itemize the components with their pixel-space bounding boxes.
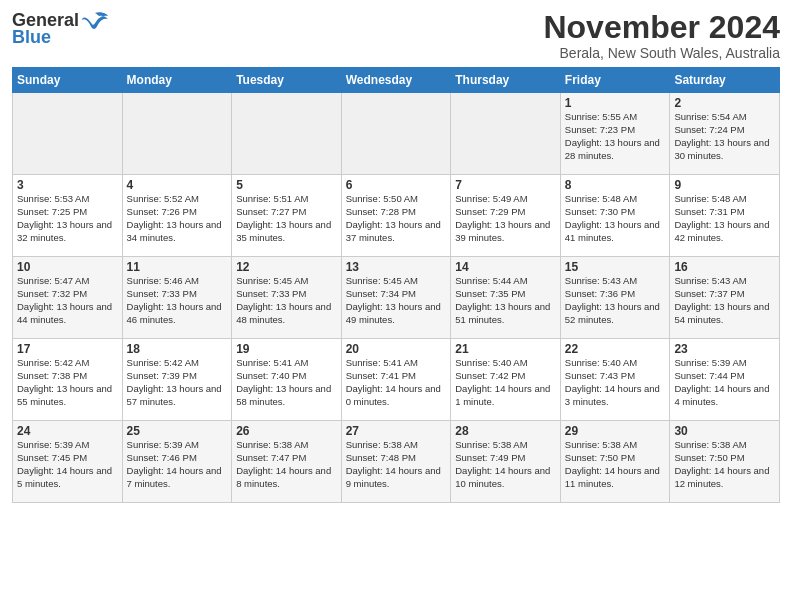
day-info: Sunrise: 5:42 AMSunset: 7:38 PMDaylight:…: [17, 357, 118, 408]
day-info: Sunrise: 5:41 AMSunset: 7:41 PMDaylight:…: [346, 357, 447, 408]
calendar-cell: 6Sunrise: 5:50 AMSunset: 7:28 PMDaylight…: [341, 175, 451, 257]
day-info: Sunrise: 5:55 AMSunset: 7:23 PMDaylight:…: [565, 111, 666, 162]
logo-bird-icon: [81, 11, 109, 31]
day-number: 22: [565, 342, 666, 356]
day-info: Sunrise: 5:39 AMSunset: 7:45 PMDaylight:…: [17, 439, 118, 490]
day-info: Sunrise: 5:38 AMSunset: 7:47 PMDaylight:…: [236, 439, 337, 490]
calendar-cell: 8Sunrise: 5:48 AMSunset: 7:30 PMDaylight…: [560, 175, 670, 257]
calendar-cell: 1Sunrise: 5:55 AMSunset: 7:23 PMDaylight…: [560, 93, 670, 175]
day-number: 25: [127, 424, 228, 438]
calendar-cell: [13, 93, 123, 175]
calendar-cell: 12Sunrise: 5:45 AMSunset: 7:33 PMDayligh…: [232, 257, 342, 339]
calendar-cell: 23Sunrise: 5:39 AMSunset: 7:44 PMDayligh…: [670, 339, 780, 421]
calendar-cell: 3Sunrise: 5:53 AMSunset: 7:25 PMDaylight…: [13, 175, 123, 257]
day-number: 24: [17, 424, 118, 438]
day-info: Sunrise: 5:47 AMSunset: 7:32 PMDaylight:…: [17, 275, 118, 326]
day-info: Sunrise: 5:48 AMSunset: 7:31 PMDaylight:…: [674, 193, 775, 244]
day-info: Sunrise: 5:44 AMSunset: 7:35 PMDaylight:…: [455, 275, 556, 326]
calendar-week-5: 24Sunrise: 5:39 AMSunset: 7:45 PMDayligh…: [13, 421, 780, 503]
day-number: 27: [346, 424, 447, 438]
calendar-cell: 14Sunrise: 5:44 AMSunset: 7:35 PMDayligh…: [451, 257, 561, 339]
day-number: 21: [455, 342, 556, 356]
calendar-cell: 21Sunrise: 5:40 AMSunset: 7:42 PMDayligh…: [451, 339, 561, 421]
calendar-cell: 4Sunrise: 5:52 AMSunset: 7:26 PMDaylight…: [122, 175, 232, 257]
day-number: 16: [674, 260, 775, 274]
day-info: Sunrise: 5:45 AMSunset: 7:34 PMDaylight:…: [346, 275, 447, 326]
logo: General Blue: [12, 10, 109, 48]
title-block: November 2024 Berala, New South Wales, A…: [543, 10, 780, 61]
calendar-week-4: 17Sunrise: 5:42 AMSunset: 7:38 PMDayligh…: [13, 339, 780, 421]
calendar-cell: 30Sunrise: 5:38 AMSunset: 7:50 PMDayligh…: [670, 421, 780, 503]
calendar-cell: 28Sunrise: 5:38 AMSunset: 7:49 PMDayligh…: [451, 421, 561, 503]
calendar-cell: [122, 93, 232, 175]
weekday-header-thursday: Thursday: [451, 68, 561, 93]
calendar-cell: 11Sunrise: 5:46 AMSunset: 7:33 PMDayligh…: [122, 257, 232, 339]
day-info: Sunrise: 5:51 AMSunset: 7:27 PMDaylight:…: [236, 193, 337, 244]
day-number: 29: [565, 424, 666, 438]
day-number: 1: [565, 96, 666, 110]
day-info: Sunrise: 5:43 AMSunset: 7:37 PMDaylight:…: [674, 275, 775, 326]
day-number: 3: [17, 178, 118, 192]
day-number: 19: [236, 342, 337, 356]
day-info: Sunrise: 5:40 AMSunset: 7:42 PMDaylight:…: [455, 357, 556, 408]
calendar-cell: 25Sunrise: 5:39 AMSunset: 7:46 PMDayligh…: [122, 421, 232, 503]
day-number: 14: [455, 260, 556, 274]
day-number: 12: [236, 260, 337, 274]
month-title: November 2024: [543, 10, 780, 45]
day-info: Sunrise: 5:43 AMSunset: 7:36 PMDaylight:…: [565, 275, 666, 326]
weekday-header-tuesday: Tuesday: [232, 68, 342, 93]
calendar-cell: 20Sunrise: 5:41 AMSunset: 7:41 PMDayligh…: [341, 339, 451, 421]
calendar-cell: 27Sunrise: 5:38 AMSunset: 7:48 PMDayligh…: [341, 421, 451, 503]
day-info: Sunrise: 5:39 AMSunset: 7:44 PMDaylight:…: [674, 357, 775, 408]
calendar-cell: 22Sunrise: 5:40 AMSunset: 7:43 PMDayligh…: [560, 339, 670, 421]
page-container: General Blue November 2024 Berala, New S…: [0, 0, 792, 511]
location-subtitle: Berala, New South Wales, Australia: [543, 45, 780, 61]
day-info: Sunrise: 5:45 AMSunset: 7:33 PMDaylight:…: [236, 275, 337, 326]
day-number: 7: [455, 178, 556, 192]
day-number: 11: [127, 260, 228, 274]
day-number: 8: [565, 178, 666, 192]
calendar-cell: 10Sunrise: 5:47 AMSunset: 7:32 PMDayligh…: [13, 257, 123, 339]
calendar-cell: 16Sunrise: 5:43 AMSunset: 7:37 PMDayligh…: [670, 257, 780, 339]
day-number: 9: [674, 178, 775, 192]
day-info: Sunrise: 5:42 AMSunset: 7:39 PMDaylight:…: [127, 357, 228, 408]
calendar-cell: 7Sunrise: 5:49 AMSunset: 7:29 PMDaylight…: [451, 175, 561, 257]
weekday-header-saturday: Saturday: [670, 68, 780, 93]
calendar-cell: [451, 93, 561, 175]
day-number: 4: [127, 178, 228, 192]
weekday-header-friday: Friday: [560, 68, 670, 93]
calendar-cell: 17Sunrise: 5:42 AMSunset: 7:38 PMDayligh…: [13, 339, 123, 421]
day-info: Sunrise: 5:49 AMSunset: 7:29 PMDaylight:…: [455, 193, 556, 244]
day-number: 5: [236, 178, 337, 192]
calendar-cell: 5Sunrise: 5:51 AMSunset: 7:27 PMDaylight…: [232, 175, 342, 257]
day-number: 17: [17, 342, 118, 356]
day-number: 2: [674, 96, 775, 110]
calendar-cell: 18Sunrise: 5:42 AMSunset: 7:39 PMDayligh…: [122, 339, 232, 421]
calendar-cell: 29Sunrise: 5:38 AMSunset: 7:50 PMDayligh…: [560, 421, 670, 503]
day-number: 23: [674, 342, 775, 356]
day-info: Sunrise: 5:38 AMSunset: 7:50 PMDaylight:…: [674, 439, 775, 490]
weekday-header-monday: Monday: [122, 68, 232, 93]
weekday-header-row: SundayMondayTuesdayWednesdayThursdayFrid…: [13, 68, 780, 93]
day-number: 20: [346, 342, 447, 356]
day-number: 15: [565, 260, 666, 274]
day-info: Sunrise: 5:41 AMSunset: 7:40 PMDaylight:…: [236, 357, 337, 408]
calendar-cell: 26Sunrise: 5:38 AMSunset: 7:47 PMDayligh…: [232, 421, 342, 503]
day-info: Sunrise: 5:50 AMSunset: 7:28 PMDaylight:…: [346, 193, 447, 244]
day-info: Sunrise: 5:46 AMSunset: 7:33 PMDaylight:…: [127, 275, 228, 326]
day-number: 10: [17, 260, 118, 274]
weekday-header-sunday: Sunday: [13, 68, 123, 93]
day-info: Sunrise: 5:38 AMSunset: 7:49 PMDaylight:…: [455, 439, 556, 490]
calendar-week-2: 3Sunrise: 5:53 AMSunset: 7:25 PMDaylight…: [13, 175, 780, 257]
calendar-cell: 13Sunrise: 5:45 AMSunset: 7:34 PMDayligh…: [341, 257, 451, 339]
calendar-cell: [232, 93, 342, 175]
calendar-cell: 15Sunrise: 5:43 AMSunset: 7:36 PMDayligh…: [560, 257, 670, 339]
calendar-week-3: 10Sunrise: 5:47 AMSunset: 7:32 PMDayligh…: [13, 257, 780, 339]
day-number: 30: [674, 424, 775, 438]
day-info: Sunrise: 5:38 AMSunset: 7:48 PMDaylight:…: [346, 439, 447, 490]
day-number: 28: [455, 424, 556, 438]
day-number: 26: [236, 424, 337, 438]
calendar-cell: [341, 93, 451, 175]
day-number: 6: [346, 178, 447, 192]
calendar-cell: 24Sunrise: 5:39 AMSunset: 7:45 PMDayligh…: [13, 421, 123, 503]
